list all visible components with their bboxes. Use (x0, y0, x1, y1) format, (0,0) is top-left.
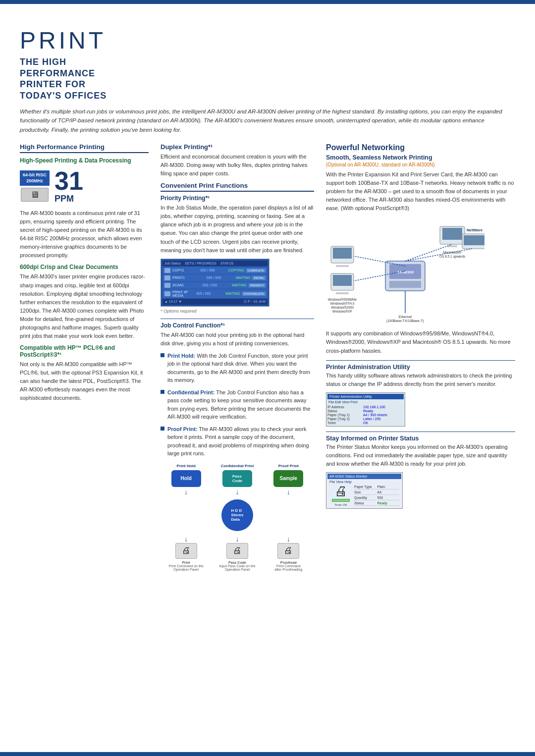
am-titlebar: Printer Administration Utility (327, 394, 404, 399)
ppm-number: 31 (54, 168, 83, 194)
job-control-heading: Job Control Function*¹ (160, 322, 314, 329)
page: PRINT THE HIGHPERFORMANCEPRINTER FORTODA… (0, 0, 535, 756)
network-svg: AR-M300 Macintosh® OS 8.5.1 upwards Wind… (326, 216, 484, 325)
support-text: It supports any combination of Windows®9… (326, 329, 515, 355)
sm-toner-bar (332, 499, 350, 502)
jd-printer-2: 🖨 (226, 543, 248, 559)
jd-arrow-2: ↓ (235, 487, 239, 497)
bullet-text-1: Print Hold: With the Job Control Functio… (167, 352, 314, 384)
sm-row-1: Paper Type Plain (353, 485, 400, 489)
svg-rect-10 (333, 248, 352, 259)
ppm-label: PPM (54, 194, 74, 204)
am-row-5: Toner OK (327, 421, 404, 425)
600dpi-text: The AR-M300's laser printer engine produ… (20, 272, 149, 340)
am-toolbar: File Edit View Print (327, 400, 404, 404)
jd-hdd: H D DStoresData (221, 499, 253, 531)
jd-top-boxes: Hold ↓ PassCode ↓ Sample ↓ (160, 470, 314, 497)
svg-rect-21 (464, 235, 484, 245)
section-high-performance-heading: High Performance Printing (20, 143, 149, 153)
bullet-proof: Proof Print: The AR-M300 allows you to c… (160, 425, 314, 458)
bullet-text-2: Confidential Print: The Job Control Func… (167, 388, 314, 421)
jd-arrow-3: ↓ (287, 487, 290, 497)
high-speed-text: The AR-M300 boasts a continuous print ra… (20, 209, 149, 260)
sm-row-4: Status Ready (353, 501, 400, 506)
top-bar (0, 0, 535, 4)
jd-top-labels: Print Hold Confidential Print Proof Prin… (160, 464, 314, 468)
page-subtitle: THE HIGHPERFORMANCEPRINTER FORTODAY'S OF… (20, 56, 515, 101)
sm-main: 🖨 Toner OK Paper Type Plain Size A4 (328, 485, 400, 506)
jd-sample-col: Sample ↓ (273, 470, 303, 497)
jd-hdd-row: H D DStoresData (160, 497, 314, 533)
pm-row-3: SCAN1 002 / 000 WAITING PRIORITY (162, 282, 268, 289)
pm-header: Job Status SETS / PROGRESS STATUS (162, 261, 268, 266)
stay-informed-heading: Stay Informed on Printer Status (326, 435, 515, 442)
divider-right-2 (326, 432, 515, 432)
sm-info: Paper Type Plain Size A4 Quantity 500 (353, 485, 400, 506)
sm-toolbar: File View Help (329, 480, 399, 484)
svg-rect-14 (336, 292, 349, 294)
intro-text: Whether it's multiple short-run jobs or … (20, 107, 515, 134)
jd-arrow-bot-3: ↓ (287, 535, 290, 543)
jd-label-confidential: Confidential Print (218, 464, 257, 468)
page-title: PRINT (20, 29, 515, 53)
sub-high-speed-heading: High-Speed Printing & Data Processing (20, 157, 149, 164)
jd-bot-labels: PrintPrint Command on theOperation Panel… (160, 561, 314, 571)
svg-rect-11 (336, 265, 349, 267)
jd-printer-1: 🖨 (175, 543, 197, 559)
svg-text:OS 8.5.1 upwards: OS 8.5.1 upwards (439, 255, 466, 259)
svg-rect-5 (442, 228, 462, 240)
stay-informed-text: The Printer Status Monitor keeps you inf… (326, 443, 515, 468)
optional-note: (Optional on AR-M300U, standard on AR-M3… (326, 162, 515, 167)
compatible-text: Not only is the AR-M300 compatible with … (20, 360, 149, 402)
pm-row-1: COPY1 050 / 050 COPYING COMPLETE (162, 267, 268, 274)
sub-compatible-heading: Compatible with HP™ PCL®6 and PostScript… (20, 344, 149, 358)
am-row-2: Status Ready (327, 409, 404, 413)
sm-row-3: Quantity 500 (353, 495, 400, 500)
jd-arrow-bot-1: ↓ (184, 535, 188, 543)
jd-bot-arrows: ↓ ↓ ↓ (160, 535, 314, 543)
risc-chip: 64-bit RISC200MHz (20, 170, 50, 186)
right-column: Powerful Networking Smooth, Seamless Net… (326, 143, 515, 571)
am-row-1: IP Address 192.168.1.100 (327, 405, 404, 409)
convenient-heading: Convenient Print Functions (160, 182, 314, 192)
jd-bot-label-1: PrintPrint Command on theOperation Panel (167, 561, 206, 571)
priority-heading: Priority Printing*¹ (160, 195, 314, 202)
job-control-intro: The AR-M300 can hold your printing job i… (160, 331, 314, 348)
jd-hold-col: Hold ↓ (171, 470, 201, 497)
network-diagram: AR-M300 Macintosh® OS 8.5.1 upwards Wind… (326, 216, 515, 325)
priority-btn-3[interactable]: PRIORITY (249, 283, 266, 287)
priority-btn-2[interactable]: DETAIL (252, 276, 266, 280)
svg-rect-13 (333, 275, 352, 286)
ppm-display: 31 PPM (54, 168, 83, 204)
svg-text:(100Base-TX/10Base-T): (100Base-TX/10Base-T) (386, 319, 424, 323)
duplex-text: Efficient and economical document creati… (160, 153, 314, 178)
admin-utility-heading: Printer Administration Utility (326, 364, 515, 371)
priority-text: In the Job Status Mode, the operation pa… (160, 204, 314, 254)
jd-printer-icon-2: 🖨 (226, 543, 248, 559)
jd-pass-box: PassCode (222, 470, 252, 487)
bullet-sq-2 (160, 390, 164, 394)
pm-row-4: PRINT 4P MEDIA 005 / 000 WAITING STOP/DE… (162, 289, 268, 298)
main-content: High Performance Printing High-Speed Pri… (20, 143, 515, 571)
ppm-box: 64-bit RISC200MHz 🖥 31 PPM (20, 168, 149, 204)
powerful-networking-heading: Powerful Networking (326, 143, 515, 152)
job-diagram-wrapper: Print Hold Confidential Print Proof Prin… (160, 464, 314, 571)
admin-utility-text: This handy utility software allows netwo… (326, 372, 515, 388)
priority-btn-1[interactable]: COMPLETE (246, 269, 266, 272)
svg-text:Ethernet: Ethernet (399, 315, 412, 319)
jd-label-print-hold: Print Hold (167, 464, 206, 468)
priority-btn-4[interactable]: STOP/DELETE (242, 292, 266, 296)
am-row-3: Paper (Tray 1) A4 / 500 sheets (327, 413, 404, 417)
svg-text:Windows®XP: Windows®XP (332, 310, 352, 313)
divider-1 (160, 319, 314, 319)
sm-titlebar: AR-M300 Status Monitor (327, 474, 401, 479)
svg-text:Windows®95/98/Me: Windows®95/98/Me (328, 298, 357, 301)
footnote-options: * Options required (160, 309, 314, 314)
svg-text:WindowsNT®4.0: WindowsNT®4.0 (330, 302, 355, 305)
bottom-bar (0, 752, 535, 756)
priority-mockup: Job Status SETS / PROGRESS STATUS COPY1 … (160, 259, 269, 307)
jd-printer-3: 🖨 (277, 543, 299, 559)
sm-toner-label: Toner OK (334, 503, 347, 506)
svg-rect-6 (447, 245, 457, 247)
jd-pass-col: PassCode ↓ (222, 470, 252, 497)
